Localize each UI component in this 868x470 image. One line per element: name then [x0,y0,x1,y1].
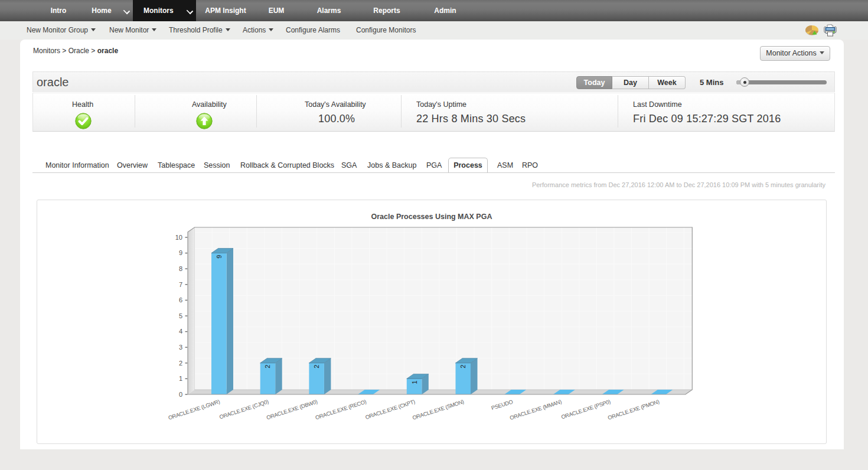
svg-text:3: 3 [179,344,182,351]
svg-text:ORACLE.EXE (LGWR): ORACLE.EXE (LGWR) [168,399,221,421]
svg-text:2: 2 [264,365,271,368]
svg-text:0: 0 [179,391,182,398]
svg-text:10: 10 [175,234,182,241]
svg-text:4: 4 [179,328,182,335]
svg-text:1: 1 [179,375,182,382]
svg-text:ORACLE.EXE (PMON): ORACLE.EXE (PMON) [607,399,660,421]
svg-text:6: 6 [179,296,182,303]
svg-text:ORACLE.EXE (CJQ0): ORACLE.EXE (CJQ0) [218,399,269,420]
svg-text:7: 7 [179,281,182,288]
svg-text:8: 8 [179,265,182,272]
svg-text:2: 2 [459,365,466,368]
svg-text:ORACLE.EXE (RECO): ORACLE.EXE (RECO) [315,399,367,420]
svg-text:9: 9 [216,255,223,259]
svg-text:ORACLE.EXE (MMAN): ORACLE.EXE (MMAN) [509,399,562,421]
svg-text:5: 5 [179,312,182,319]
svg-text:PSEUDO: PSEUDO [491,399,514,411]
svg-text:ORACLE.EXE (PSP0): ORACLE.EXE (PSP0) [560,399,611,420]
svg-text:ORACLE.EXE (CKPT): ORACLE.EXE (CKPT) [364,399,416,420]
svg-text:2: 2 [313,365,320,368]
svg-text:1: 1 [411,380,418,384]
svg-text:9: 9 [179,249,182,256]
svg-text:ORACLE.EXE (SMON): ORACLE.EXE (SMON) [412,399,465,421]
svg-text:2: 2 [179,360,182,367]
svg-text:ORACLE.EXE (DBW0): ORACLE.EXE (DBW0) [266,399,318,420]
